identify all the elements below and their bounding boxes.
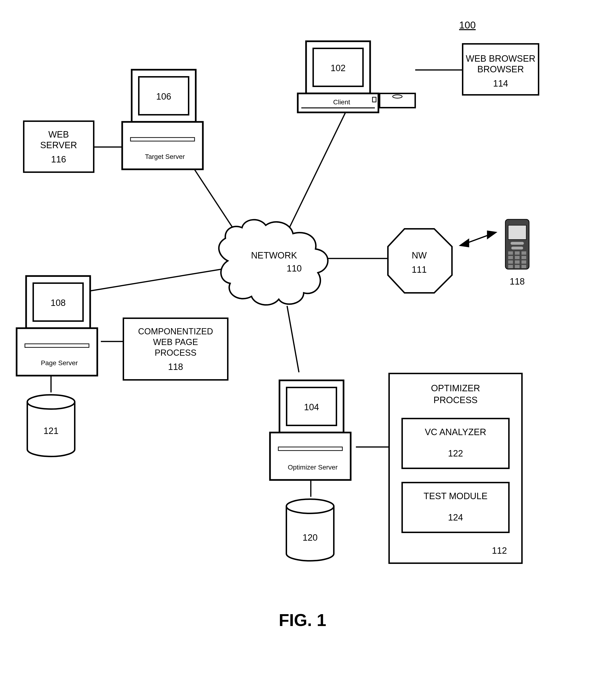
database-121: 121 xyxy=(27,395,75,456)
svg-rect-51 xyxy=(25,344,89,347)
svg-rect-44 xyxy=(508,265,513,268)
database-120: 120 xyxy=(286,499,334,561)
svg-point-9 xyxy=(393,95,402,98)
svg-rect-75 xyxy=(402,482,509,532)
svg-rect-72 xyxy=(402,419,509,468)
svg-rect-41 xyxy=(508,260,513,264)
svg-rect-36 xyxy=(515,251,519,255)
svg-text:124: 124 xyxy=(448,512,463,522)
svg-text:111: 111 xyxy=(412,265,427,275)
svg-text:121: 121 xyxy=(43,426,58,436)
svg-text:102: 102 xyxy=(331,63,345,73)
svg-text:108: 108 xyxy=(51,298,66,308)
svg-text:NETWORK: NETWORK xyxy=(251,250,297,260)
svg-text:PROCESS: PROCESS xyxy=(155,348,196,357)
svg-rect-38 xyxy=(508,256,513,259)
svg-rect-43 xyxy=(522,260,526,264)
client-computer-icon: 102 Client xyxy=(298,41,415,112)
svg-rect-39 xyxy=(515,256,519,259)
svg-text:SERVER: SERVER xyxy=(40,140,77,150)
arrow-nw-phone xyxy=(460,231,496,247)
svg-text:BROWSER: BROWSER xyxy=(477,64,524,74)
svg-text:Page Server: Page Server xyxy=(41,359,78,367)
svg-rect-40 xyxy=(522,256,526,259)
svg-text:116: 116 xyxy=(51,154,66,164)
figure-label: FIG. 1 xyxy=(279,610,326,630)
web-browser-box: WEB BROWSER BROWSER 114 xyxy=(463,44,538,95)
svg-text:Target Server: Target Server xyxy=(145,153,185,160)
svg-rect-37 xyxy=(522,251,526,255)
svg-rect-42 xyxy=(515,260,519,264)
target-server-icon: 106 Target Server xyxy=(122,70,203,169)
svg-text:WEB PAGE: WEB PAGE xyxy=(153,337,198,347)
svg-rect-50 xyxy=(17,328,97,376)
svg-text:110: 110 xyxy=(287,264,301,273)
line-pageserver-network xyxy=(86,269,222,292)
optimizer-process-box: OPTIMIZER PROCESS VC ANALYZER 122 TEST M… xyxy=(389,373,522,563)
svg-point-59 xyxy=(27,395,75,409)
svg-rect-35 xyxy=(508,251,513,255)
svg-rect-64 xyxy=(278,447,342,451)
comp-webpage-box: COMPONENTIZED WEB PAGE PROCESS 118 xyxy=(123,318,228,380)
svg-text:Optimizer Server: Optimizer Server xyxy=(288,464,338,471)
svg-marker-28 xyxy=(388,229,452,293)
svg-marker-1 xyxy=(460,240,468,247)
svg-text:NW: NW xyxy=(412,250,427,260)
svg-text:114: 114 xyxy=(493,78,508,89)
svg-rect-63 xyxy=(270,432,350,480)
optimizer-server-icon: 104 Optimizer Server xyxy=(270,380,350,480)
svg-rect-34 xyxy=(511,247,523,249)
svg-text:120: 120 xyxy=(302,532,317,543)
svg-rect-33 xyxy=(511,242,524,245)
page-server-icon: 108 Page Server xyxy=(17,276,97,376)
svg-text:WEB BROWSER: WEB BROWSER xyxy=(466,54,535,64)
svg-text:WEB: WEB xyxy=(48,129,69,140)
svg-text:112: 112 xyxy=(492,546,507,556)
line-client-network xyxy=(287,98,352,232)
svg-rect-19 xyxy=(130,138,195,141)
svg-rect-18 xyxy=(122,122,203,169)
network-cloud: NETWORK 110 xyxy=(219,220,328,305)
line-network-optimizer xyxy=(287,306,299,372)
svg-text:COMPONENTIZED: COMPONENTIZED xyxy=(138,327,213,336)
svg-text:104: 104 xyxy=(304,402,319,412)
svg-text:Client: Client xyxy=(333,98,350,106)
svg-text:VC ANALYZER: VC ANALYZER xyxy=(425,427,486,437)
svg-text:122: 122 xyxy=(448,448,463,458)
svg-text:118: 118 xyxy=(510,276,525,286)
mobile-phone-icon: 118 xyxy=(505,219,529,286)
svg-text:TEST MODULE: TEST MODULE xyxy=(424,491,488,501)
svg-marker-2 xyxy=(488,231,496,238)
svg-text:106: 106 xyxy=(156,92,171,101)
svg-text:118: 118 xyxy=(168,362,183,372)
system-number: 100 xyxy=(459,20,476,31)
svg-text:PROCESS: PROCESS xyxy=(433,395,478,405)
svg-rect-45 xyxy=(515,265,519,268)
svg-point-67 xyxy=(286,499,334,514)
nw-octagon: NW 111 xyxy=(388,229,452,293)
svg-rect-7 xyxy=(372,97,376,102)
svg-rect-32 xyxy=(508,225,526,240)
svg-text:OPTIMIZER: OPTIMIZER xyxy=(431,383,480,393)
svg-rect-46 xyxy=(522,265,526,268)
web-server-box: WEB SERVER 116 xyxy=(24,121,94,172)
